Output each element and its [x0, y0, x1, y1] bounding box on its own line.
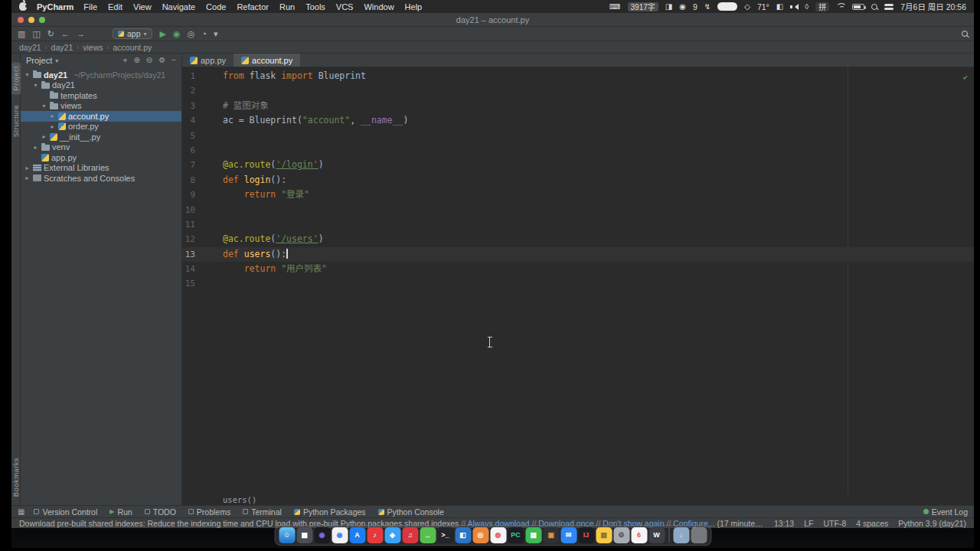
close-window-button[interactable] — [18, 17, 24, 23]
code-line-14[interactable]: 14 return "用户列表" — [182, 262, 974, 276]
menu-file[interactable]: File — [83, 2, 97, 11]
search-everywhere-icon[interactable] — [962, 31, 968, 37]
breadcrumb-views[interactable]: views — [83, 43, 103, 52]
dock-postman[interactable]: ◎ — [472, 527, 488, 543]
screen-record-pill[interactable] — [717, 2, 737, 11]
tree-item-scratches-and-consoles[interactable]: ▸Scratches and Consoles — [21, 173, 181, 184]
code-line-12[interactable]: 12@ac.route('/users') — [182, 232, 974, 246]
toolwindow-switcher-icon[interactable]: ▦ — [18, 507, 24, 516]
dock-qq-music[interactable]: ♫ — [402, 527, 418, 543]
python-interpreter[interactable]: Python 3.9 (day21) — [898, 519, 966, 528]
code-line-2[interactable]: 2 — [182, 83, 974, 98]
debug-icon[interactable]: ◉ — [173, 30, 181, 38]
menu-tools[interactable]: Tools — [305, 2, 325, 11]
sidecar-display-icon[interactable]: ◧ — [776, 3, 783, 11]
tree-expand-arrow[interactable]: ▸ — [24, 174, 31, 181]
menu-code[interactable]: Code — [206, 2, 226, 11]
dock-sublime[interactable]: ▣ — [543, 527, 559, 543]
tool-window-problems[interactable]: Problems — [188, 507, 230, 517]
tree-item-order-py[interactable]: ▸order.py — [21, 122, 181, 132]
tree-item-account-py[interactable]: ▸account.py — [21, 111, 181, 122]
dock-mail[interactable]: ✉ — [560, 527, 577, 543]
tab-app-py[interactable]: app.py — [182, 54, 234, 67]
breadcrumb-account-py[interactable]: account.py — [113, 43, 152, 52]
battery-icon[interactable] — [852, 4, 864, 10]
run-configuration-select[interactable]: app ▾ — [113, 28, 152, 39]
hide-panel-icon[interactable]: − — [172, 57, 176, 64]
more-actions-icon[interactable]: ▾ — [214, 30, 218, 38]
dock-siri[interactable]: ◉ — [314, 527, 330, 543]
tool-window-python-console[interactable]: Python Console — [378, 507, 444, 517]
minimize-window-button[interactable] — [28, 17, 34, 23]
tree-item-venv[interactable]: ▸venv — [21, 142, 181, 153]
sync-icon[interactable]: ↻ — [47, 30, 54, 38]
panel-options-icon[interactable]: ⚙ — [158, 57, 165, 64]
tree-item-templates[interactable]: templates — [21, 90, 181, 101]
dock-launchpad[interactable]: ▦ — [296, 527, 312, 543]
code-line-9[interactable]: 9 return "登录" — [182, 187, 974, 202]
code-line-13[interactable]: 13def users(): — [182, 247, 974, 262]
chevron-down-icon[interactable]: ▾ — [55, 57, 58, 64]
run-icon[interactable]: ▶ — [160, 30, 166, 38]
tree-item-external-libraries[interactable]: ▸External Libraries — [21, 163, 181, 174]
bluetooth-icon[interactable]: ◊ — [805, 3, 808, 11]
code-line-15[interactable]: 15 — [182, 276, 974, 291]
select-opened-file-icon[interactable]: ⌖ — [123, 57, 128, 64]
save-all-icon[interactable]: ◫ — [32, 30, 40, 38]
menu-refactor[interactable]: Refactor — [237, 2, 269, 11]
cursor-position[interactable]: 13:13 — [774, 519, 794, 528]
tree-item-init-py[interactable]: ▸__init__.py — [21, 132, 181, 142]
dock-pycharm[interactable]: PC — [508, 527, 524, 543]
tree-expand-arrow[interactable]: ▾ — [32, 82, 39, 89]
tab-account-py[interactable]: account.py — [234, 54, 300, 67]
code-line-10[interactable]: 10 — [182, 203, 974, 217]
tree-item-day21[interactable]: ▾day21~/PycharmProjects/day21 — [21, 70, 181, 80]
tree-expand-arrow[interactable]: ▸ — [49, 123, 56, 130]
code-line-3[interactable]: 3# 蓝图对象 — [182, 99, 974, 113]
bolt-icon[interactable]: ↯ — [704, 3, 710, 11]
code-line-11[interactable]: 11 — [182, 217, 974, 232]
control-center-icon[interactable] — [884, 4, 893, 6]
spotlight-icon[interactable] — [871, 4, 877, 10]
breadcrumb-day21[interactable]: day21 — [19, 43, 41, 52]
keyboard-icon[interactable]: ⌨ — [609, 3, 620, 11]
editor-context-breadcrumb[interactable]: users() — [182, 494, 974, 505]
strip-tab-project[interactable]: Project — [11, 62, 21, 94]
volume-icon[interactable] — [790, 4, 798, 10]
code-line-7[interactable]: 7@ac.route('/login') — [182, 158, 974, 172]
tool-window-terminal[interactable]: Terminal — [243, 507, 282, 517]
zoom-window-button[interactable] — [39, 17, 45, 23]
code-line-1[interactable]: 1from flask import Blueprint — [182, 69, 974, 83]
word-count-chip[interactable]: 3917字 — [628, 2, 658, 11]
code-line-4[interactable]: 4ac = Blueprint("account", __name__) — [182, 113, 974, 128]
code-line-5[interactable]: 5 — [182, 129, 974, 143]
tree-expand-arrow[interactable]: ▸ — [49, 112, 56, 119]
dock-settings[interactable]: ⚙ — [613, 527, 629, 543]
dock-vscode[interactable]: ◧ — [455, 527, 471, 543]
file-encoding[interactable]: UTF-8 — [823, 519, 846, 528]
game-controller-icon[interactable]: ◉ — [679, 3, 686, 11]
dock-photos[interactable]: ◍ — [490, 527, 506, 543]
tree-item-app-py[interactable]: app.py — [21, 152, 181, 163]
dock-wechat[interactable]: ‥ — [420, 527, 436, 543]
code-line-6[interactable]: 6 — [182, 143, 974, 158]
dock-chrome[interactable]: ◉ — [332, 527, 348, 543]
tree-item-day21[interactable]: ▾day21 — [21, 80, 181, 91]
strip-tab-structure[interactable]: Structure — [11, 105, 20, 137]
dock-safari[interactable]: ◈ — [384, 527, 400, 543]
wifi-icon[interactable] — [836, 3, 845, 10]
back-icon[interactable]: ← — [61, 30, 70, 38]
breadcrumb-day21[interactable]: day21 — [51, 43, 74, 52]
toolwindow-layout-icon[interactable]: ▥ — [18, 30, 25, 38]
tree-item-views[interactable]: ▾views — [21, 101, 181, 112]
menu-vcs[interactable]: VCS — [336, 2, 354, 11]
code-area[interactable]: 1from flask import Blueprint23# 蓝图对象4ac … — [182, 67, 974, 494]
dock-app-store[interactable]: A — [349, 527, 365, 543]
dock-wps[interactable]: W — [648, 527, 665, 543]
dock-terminal[interactable]: >_ — [437, 527, 453, 543]
dock-numbers[interactable]: ▤ — [525, 527, 541, 543]
tool-window-run[interactable]: ▶Run — [109, 507, 132, 517]
code-line-8[interactable]: 8def login(): — [182, 173, 974, 187]
menu-window[interactable]: Window — [364, 2, 394, 11]
dock-downloads[interactable]: ↓ — [673, 527, 689, 543]
